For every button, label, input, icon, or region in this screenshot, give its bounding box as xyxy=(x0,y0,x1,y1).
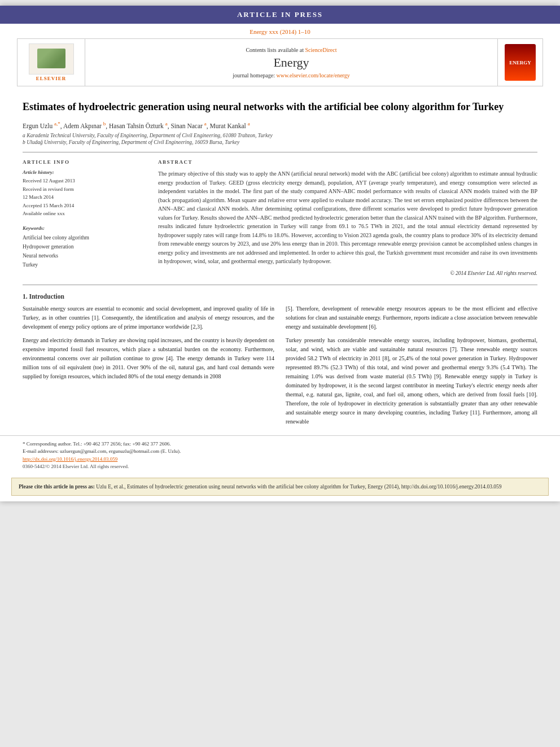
article-info-header: ARTICLE INFO xyxy=(23,159,147,165)
keywords-label: Keywords: xyxy=(23,225,147,231)
email-line: E-mail addresses: uzluergun@gmail.com, e… xyxy=(23,448,537,456)
introduction-columns: Sustainable energy sources are essential… xyxy=(23,304,537,431)
abstract-col: ABSTRACT The primary objective of this s… xyxy=(158,159,537,276)
revised: Received in revised form xyxy=(23,186,147,193)
sciencedirect-text: Contents lists available at xyxy=(246,47,303,53)
authors-line: Ergun Uzlu a,*, Adem Akpınar b, Hasan Ta… xyxy=(23,121,537,129)
keywords-list: Artificial bee colony algorithm Hydropow… xyxy=(23,233,147,270)
copyright-line: © 2014 Elsevier Ltd. All rights reserved… xyxy=(158,270,537,276)
keyword-3: Neural networks xyxy=(23,251,147,260)
energy-badge: ENERGY xyxy=(505,44,536,81)
authors-text: Ergun Uzlu a,*, Adem Akpınar b, Hasan Ta… xyxy=(23,123,250,129)
doi-line: http://dx.doi.org/10.1016/j.energy.2014.… xyxy=(23,456,537,464)
received-1: Received 12 August 2013 xyxy=(23,177,147,185)
intro-para-2: Energy and electricity demands in Turkey… xyxy=(23,336,274,381)
doi-link[interactable]: http://dx.doi.org/10.1016/j.energy.2014.… xyxy=(23,456,117,462)
intro-left-col: Sustainable energy sources are essential… xyxy=(23,304,274,431)
email-addresses: uzluergun@gmail.com, ergunuzlu@hotmail.c… xyxy=(60,448,181,454)
energy-badge-area: ENERGY xyxy=(497,39,542,86)
divider-2 xyxy=(23,285,537,285)
energy-badge-label: ENERGY xyxy=(509,60,531,65)
article-title: Estimates of hydroelectric generation us… xyxy=(23,100,537,114)
keyword-2: Hydropower generation xyxy=(23,242,147,251)
introduction-title: 1. Introduction xyxy=(23,293,537,300)
elsevier-logo-box xyxy=(29,43,74,75)
journal-title: Energy xyxy=(273,55,309,70)
revised-date: 12 March 2014 xyxy=(23,194,147,201)
banner-text: ARTICLE IN PRESS xyxy=(237,10,323,19)
section-title-name: Introduction xyxy=(29,293,64,300)
keyword-1: Artificial bee colony algorithm xyxy=(23,233,147,242)
affiliation-b: b Uludağ University, Faculty of Engineer… xyxy=(23,139,537,145)
energy-ref: Energy xxx (2014) 1–10 xyxy=(17,28,543,35)
homepage-url[interactable]: www.elsevier.com/locate/energy xyxy=(276,72,349,78)
elsevier-label: ELSEVIER xyxy=(36,76,67,81)
elsevier-logo-area: ELSEVIER xyxy=(18,39,85,86)
corresponding-author: * Corresponding author. Tel.: +90 462 37… xyxy=(23,440,537,448)
accepted: Accepted 15 March 2014 xyxy=(23,202,147,209)
citation-prefix: Please cite this article in press as: xyxy=(19,484,95,490)
article-in-press-banner: ARTICLE IN PRESS xyxy=(0,6,560,24)
info-abstract-section: ARTICLE INFO Article history: Received 1… xyxy=(23,159,537,276)
divider-1 xyxy=(23,152,537,152)
affiliation-a: a Karadeniz Technical University, Facult… xyxy=(23,133,537,138)
journal-homepage: journal homepage: www.elsevier.com/locat… xyxy=(233,72,349,78)
history-label: Article history: xyxy=(23,169,147,175)
abstract-header: ABSTRACT xyxy=(158,159,537,165)
intro-para-4: Turkey presently has considerable renewa… xyxy=(286,336,537,426)
issn-line: 0360-5442/© 2014 Elsevier Ltd. All right… xyxy=(23,463,537,471)
journal-header: Energy xxx (2014) 1–10 ELSEVIER Contents… xyxy=(0,24,560,89)
intro-right-col: [5]. Therefore, development of renewable… xyxy=(286,304,537,431)
journal-meta-box: ELSEVIER Contents lists available at Sci… xyxy=(17,38,543,86)
sciencedirect-line: Contents lists available at ScienceDirec… xyxy=(246,47,336,53)
intro-para-3: [5]. Therefore, development of renewable… xyxy=(286,304,537,331)
abstract-text: The primary objective of this study was … xyxy=(158,169,537,266)
footer-notes: * Corresponding author. Tel.: +90 462 37… xyxy=(0,435,560,473)
citation-bar: Please cite this article in press as: Uz… xyxy=(11,478,549,496)
introduction-section: 1. Introduction Sustainable energy sourc… xyxy=(23,293,537,431)
citation-text: Uzlu E, et al., Estimates of hydroelectr… xyxy=(96,484,501,490)
page: ARTICLE IN PRESS Energy xxx (2014) 1–10 … xyxy=(0,6,560,501)
email-label: E-mail addresses: xyxy=(23,448,59,454)
sciencedirect-link[interactable]: ScienceDirect xyxy=(305,47,336,53)
available: Available online xxx xyxy=(23,210,147,217)
main-content: Estimates of hydroelectric generation us… xyxy=(0,89,560,285)
homepage-label: journal homepage: xyxy=(233,72,275,78)
article-info-col: ARTICLE INFO Article history: Received 1… xyxy=(23,159,147,276)
section-num: 1. xyxy=(23,293,28,300)
journal-center-content: Contents lists available at ScienceDirec… xyxy=(85,39,497,86)
intro-para-1: Sustainable energy sources are essential… xyxy=(23,304,274,331)
body-content: 1. Introduction Sustainable energy sourc… xyxy=(0,293,560,431)
keyword-4: Turkey xyxy=(23,260,147,269)
